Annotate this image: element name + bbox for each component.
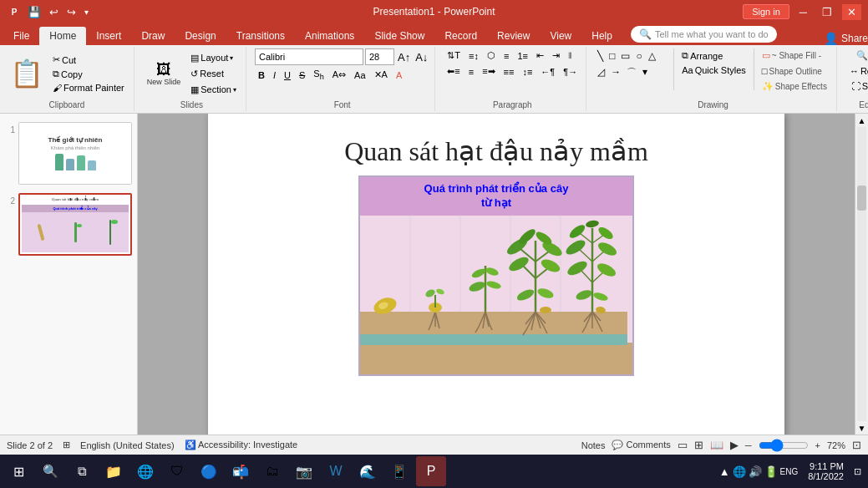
- clock-area[interactable]: 9:11 PM 8/1/2022: [803, 461, 849, 481]
- format-painter-button[interactable]: 🖌Format Painter: [48, 81, 129, 94]
- volume-icon[interactable]: 🔊: [749, 465, 762, 478]
- comments-button[interactable]: 💬 Comments: [612, 440, 670, 450]
- restore-button[interactable]: ❐: [817, 4, 837, 20]
- shape-effects-button[interactable]: ✨ Shape Effects: [758, 79, 831, 94]
- quick-styles-button[interactable]: Aa Quick Styles: [678, 64, 750, 77]
- tab-view[interactable]: View: [540, 27, 581, 45]
- font-color-button[interactable]: A: [393, 69, 405, 82]
- signin-button[interactable]: Sign in: [743, 4, 789, 19]
- font-name-selector[interactable]: Calibri: [255, 48, 363, 65]
- slide-preview-1[interactable]: Thế giới tự nhiên Khám phá thiên nhiên: [18, 122, 132, 185]
- scroll-up-button[interactable]: ▲: [855, 114, 868, 127]
- tab-review[interactable]: Review: [487, 27, 540, 45]
- increase-indent-button[interactable]: ⇥: [549, 48, 563, 63]
- shape-rect[interactable]: □: [607, 48, 617, 64]
- replace-button[interactable]: ↔ Replace: [845, 64, 868, 78]
- tab-transitions[interactable]: Transitions: [226, 27, 295, 45]
- ltr-button[interactable]: ¶→: [560, 65, 581, 79]
- powerpoint-taskbar-button[interactable]: P: [416, 456, 446, 486]
- language-tray[interactable]: ENG: [780, 467, 799, 476]
- font-clear-button[interactable]: ✕A: [371, 68, 391, 82]
- section-button[interactable]: ▦ Section ▾: [186, 83, 241, 97]
- app5-button[interactable]: 📷: [289, 456, 319, 486]
- paste-button[interactable]: 📋: [5, 56, 48, 91]
- zoom-minus-button[interactable]: ─: [745, 440, 752, 450]
- shape-oval[interactable]: ○: [633, 48, 644, 64]
- slide-main-title[interactable]: Quan sát hạt đậu nảy mầm: [344, 135, 648, 167]
- edge-button[interactable]: 🌊: [353, 456, 383, 486]
- battery-icon[interactable]: 🔋: [764, 465, 778, 478]
- line-spacing-button[interactable]: ↕≡: [519, 65, 536, 79]
- select-button[interactable]: ⛶ Select ▾: [847, 79, 868, 93]
- layout-button[interactable]: ▤ Layout ▾: [186, 51, 241, 65]
- copy-button[interactable]: ⧉Copy: [48, 67, 129, 81]
- zoom-level[interactable]: 72%: [827, 440, 845, 450]
- decrease-font-icon[interactable]: A↓: [414, 50, 429, 64]
- network-icon[interactable]: 🌐: [733, 465, 746, 478]
- slide-image-area[interactable]: Quá trình phát triển của cây từ hạt: [358, 175, 634, 376]
- tab-record[interactable]: Record: [434, 27, 487, 45]
- fit-slide-button[interactable]: ⊡: [852, 439, 861, 451]
- slideshow-button[interactable]: ▶: [730, 439, 739, 451]
- numbering-button[interactable]: 1≡: [514, 49, 531, 63]
- font-case-button[interactable]: Aa: [351, 69, 368, 82]
- cut-button[interactable]: ✂Cut: [48, 53, 129, 67]
- align-right-button[interactable]: ≡➡: [479, 64, 498, 79]
- slide-count-icon[interactable]: ⊞: [63, 440, 70, 450]
- slide-sorter-button[interactable]: ⊞: [694, 439, 703, 451]
- slide-thumb-2[interactable]: 2 Quan sát hạt đậu nảy mầm Quá trình phá…: [3, 191, 134, 257]
- strikethrough-button[interactable]: S: [296, 69, 308, 82]
- align-center-button[interactable]: ≡: [465, 65, 477, 79]
- undo-icon[interactable]: ↩: [47, 4, 61, 20]
- decrease-indent-button[interactable]: ⇤: [533, 48, 547, 63]
- app1-button[interactable]: 🛡: [162, 456, 192, 486]
- shape-curve[interactable]: ⌒: [624, 64, 639, 82]
- shape-triangle[interactable]: △: [646, 48, 658, 64]
- app6-button[interactable]: 📱: [384, 456, 414, 486]
- minimize-button[interactable]: ─: [794, 4, 812, 20]
- word-button[interactable]: W: [321, 456, 351, 486]
- up-arrow-icon[interactable]: ▲: [719, 465, 730, 478]
- app3-button[interactable]: 📬: [226, 456, 256, 486]
- increase-font-icon[interactable]: A↑: [396, 50, 412, 64]
- align-text-button[interactable]: ≡↕: [465, 49, 482, 63]
- accessibility-label[interactable]: ♿ Accessibility: Investigate: [185, 440, 298, 450]
- shape-rt-triangle[interactable]: ◿: [595, 64, 607, 82]
- tab-design[interactable]: Design: [175, 27, 226, 45]
- show-desktop-button[interactable]: ⊡: [850, 466, 865, 477]
- language-label[interactable]: English (United States): [80, 440, 175, 450]
- normal-view-button[interactable]: ▭: [678, 439, 688, 451]
- tell-me-bar[interactable]: 🔍 Tell me what you want to do: [631, 26, 777, 43]
- task-view-button[interactable]: ⧉: [67, 456, 97, 486]
- chrome-button[interactable]: 🌐: [130, 456, 160, 486]
- bullet-button[interactable]: ≡: [500, 49, 512, 63]
- new-slide-button[interactable]: 🖼 New Slide: [143, 59, 185, 89]
- tab-insert[interactable]: Insert: [86, 27, 131, 45]
- search-button[interactable]: 🔍: [35, 456, 65, 486]
- shape-arrow[interactable]: →: [608, 64, 623, 82]
- underline-button[interactable]: U: [281, 69, 294, 82]
- char-spacing-button[interactable]: A⇔: [329, 68, 349, 82]
- notes-button[interactable]: Notes: [581, 440, 606, 450]
- shape-line[interactable]: ╲: [595, 48, 606, 64]
- tab-file[interactable]: File: [3, 27, 39, 45]
- slide-thumb-1[interactable]: 1 Thế giới tự nhiên Khám phá thiên nhiên: [3, 120, 134, 186]
- scroll-thumb[interactable]: [857, 186, 866, 211]
- reset-button[interactable]: ↺ Reset: [186, 67, 241, 81]
- arrange-button[interactable]: ⧉ Arrange: [678, 48, 750, 63]
- text-direction-button[interactable]: ⇅T: [444, 48, 464, 63]
- customize-icon[interactable]: ▾: [82, 6, 91, 18]
- app4-button[interactable]: 🗂: [257, 456, 287, 486]
- reading-view-button[interactable]: 📖: [710, 439, 723, 451]
- tab-draw[interactable]: Draw: [131, 27, 175, 45]
- start-button[interactable]: ⊞: [3, 456, 33, 486]
- font-size-selector[interactable]: 28: [365, 48, 394, 65]
- slide-preview-2[interactable]: Quan sát hạt đậu nảy mầm Quá trình phát …: [18, 193, 132, 256]
- tab-animations[interactable]: Animations: [295, 27, 364, 45]
- save-icon[interactable]: 💾: [25, 4, 43, 20]
- bold-button[interactable]: B: [255, 69, 268, 82]
- convert-smartart-button[interactable]: ⬡: [484, 48, 499, 63]
- rtl-button[interactable]: ←¶: [537, 65, 558, 79]
- scroll-down-button[interactable]: ▼: [855, 421, 868, 435]
- shape-rounded-rect[interactable]: ▭: [618, 48, 632, 64]
